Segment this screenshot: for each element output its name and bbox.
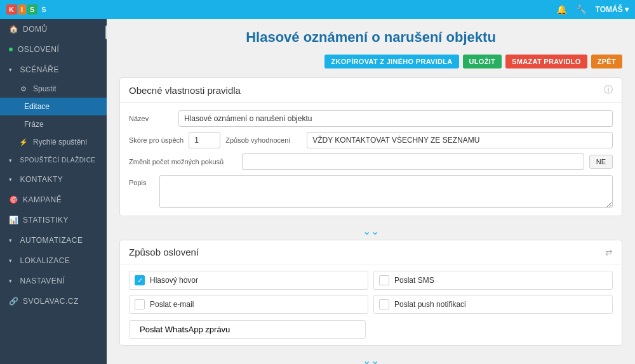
logo: K I S S: [6, 4, 50, 15]
general-card-header: Obecné vlastnosti pravidla ⓘ: [120, 78, 622, 103]
logo-i: I: [18, 4, 26, 15]
general-card-title: Obecné vlastnosti pravidla: [129, 85, 241, 96]
delete-button[interactable]: SMAZAT PRAVIDLO: [505, 55, 587, 68]
checkbox-hlasovy-label: Hlasový hovor: [150, 276, 198, 285]
sidebar-label-svolavac: SVOLAVAC.CZ: [23, 297, 79, 306]
checkbox-push-cb: [379, 299, 389, 309]
sidebar-sub-item-spustit[interactable]: ⚙ Spustit: [0, 80, 107, 98]
sidebar-item-kontakty[interactable]: ▾ KONTAKTY: [0, 169, 107, 190]
chart-icon: 📊: [9, 216, 18, 224]
zpusob-label: Způsob vyhodnocení: [225, 136, 302, 144]
logo-k: K: [6, 4, 17, 15]
sidebar-item-svolavac[interactable]: 🔗 SVOLAVAC.CZ: [0, 291, 107, 311]
sidebar-sub-item-editace[interactable]: Editace: [0, 98, 107, 115]
checkbox-email[interactable]: Poslat e-mail: [129, 295, 368, 314]
user-name[interactable]: TOMÁŠ ▾: [596, 5, 629, 14]
checkbox-push-label: Poslat push notifikaci: [394, 300, 466, 309]
save-button[interactable]: ULOŽIT: [463, 55, 502, 68]
sidebar-item-kampane[interactable]: 🎯 KAMPANĚ: [0, 190, 107, 210]
zmenit-input[interactable]: [242, 153, 584, 170]
sidebar: ❮ 🏠 DOMŮ OSLOVENÍ ▾ SCÉNÁŘE ⚙ Spustit Ed…: [0, 19, 107, 364]
popis-label: Popis: [129, 175, 154, 186]
checkbox-whatsapp-label: Poslat WhatsApp zprávu: [140, 325, 230, 334]
sidebar-label-kampane: KAMPANĚ: [23, 195, 62, 204]
logo-s2: S: [39, 4, 49, 15]
home-icon: 🏠: [9, 25, 18, 34]
sidebar-item-statistiky[interactable]: 📊 STATISTIKY: [0, 210, 107, 230]
general-card: Obecné vlastnosti pravidla ⓘ Název Skóre…: [119, 77, 622, 216]
checkbox-hlasovy-cb: ✓: [135, 275, 145, 285]
zmenit-label: Změnit počet možných pokusů: [129, 158, 237, 166]
ne-button[interactable]: NE: [589, 155, 613, 169]
popis-row: Popis: [129, 175, 613, 208]
sidebar-item-lokalizace[interactable]: ▾ LOKALIZACE: [0, 250, 107, 271]
bell-icon[interactable]: 🔔: [556, 4, 567, 15]
sidebar-sub-item-fraze[interactable]: Fráze: [0, 115, 107, 133]
sidebar-label-domu: DOMŮ: [23, 25, 48, 34]
sidebar-label-automatizace: AUTOMATIZACE: [20, 236, 83, 245]
caret-icon-kontakty: ▾: [9, 176, 13, 183]
page-title: Hlasové oznámení o narušení objektu: [119, 29, 622, 46]
skore-zpusob-row: Skóre pro úspěch Způsob vyhodnocení VŽDY…: [129, 132, 613, 148]
checkbox-sms-label: Poslat SMS: [394, 276, 434, 285]
zmenit-row: Změnit počet možných pokusů NE: [129, 153, 613, 170]
skore-label: Skóre pro úspěch: [129, 136, 184, 144]
lightning-icon: ⚡: [19, 138, 28, 146]
copy-button[interactable]: ZKOPÍROVAT Z JINÉHO PRAVIDLA: [324, 55, 458, 68]
caret-icon-nastaveni: ▾: [9, 278, 13, 284]
sidebar-label-spousteci: SPOUŠTĚCÍ DLAŽDICE: [20, 157, 96, 164]
gear-icon: ⚙: [19, 85, 28, 93]
sidebar-label-rychle: Rychlé spuštění: [33, 138, 87, 146]
back-button[interactable]: ZPĚT: [591, 55, 622, 68]
sidebar-label-spustit: Spustit: [33, 84, 57, 93]
sidebar-item-domu[interactable]: 🏠 DOMŮ: [0, 19, 107, 39]
main-content: Hlasové oznámení o narušení objektu ZKOP…: [107, 19, 635, 364]
target-icon: 🎯: [9, 195, 18, 204]
sidebar-collapse-button[interactable]: ❮: [105, 25, 107, 39]
general-card-body: Název Skóre pro úspěch Způsob vyhodnocen…: [120, 103, 622, 216]
sidebar-sub-item-rychle[interactable]: ⚡ Rychlé spuštění: [0, 133, 107, 151]
checkbox-whatsapp[interactable]: Poslat WhatsApp zprávu: [129, 320, 366, 339]
sidebar-item-spousteci[interactable]: ▾ SPOUŠTĚCÍ DLAŽDICE: [0, 151, 107, 169]
topbar: K I S S 🔔 🔧 TOMÁŠ ▾: [0, 0, 635, 19]
checkbox-grid: ✓ Hlasový hovor Poslat SMS Poslat e-mail…: [120, 264, 622, 320]
sidebar-label-editace: Editace: [24, 102, 50, 111]
green-dot-icon: [9, 48, 13, 51]
info-icon[interactable]: ⓘ: [604, 84, 613, 96]
collapse-chevron-2[interactable]: ⌄⌄: [119, 352, 622, 364]
caret-icon-spousteci: ▾: [9, 157, 13, 164]
wrench-icon[interactable]: 🔧: [576, 4, 587, 15]
caret-icon-lokalizace: ▾: [9, 257, 13, 264]
checkbox-hlasovy[interactable]: ✓ Hlasový hovor: [129, 271, 368, 290]
checkbox-email-cb: [135, 299, 145, 309]
caret-icon-automatizace: ▾: [9, 237, 13, 244]
sidebar-label-statistiky: STATISTIKY: [23, 216, 69, 224]
checkbox-sms-cb: [379, 275, 389, 285]
action-buttons: ZKOPÍROVAT Z JINÉHO PRAVIDLA ULOŽIT SMAZ…: [119, 55, 622, 68]
nazev-input[interactable]: [178, 110, 613, 127]
sidebar-item-automatizace[interactable]: ▾ AUTOMATIZACE: [0, 230, 107, 250]
sidebar-label-scenare: SCÉNÁŘE: [20, 65, 60, 74]
link-icon: 🔗: [9, 297, 18, 306]
nazev-row: Název: [129, 110, 613, 127]
sidebar-label-osloveni: OSLOVENÍ: [18, 45, 59, 54]
nazev-label: Název: [129, 115, 173, 122]
sidebar-item-osloveni[interactable]: OSLOVENÍ: [0, 39, 107, 60]
caret-icon-scenare: ▾: [9, 67, 13, 73]
zpusob-select[interactable]: VŽDY KONTAKTOVAT VŠECHNY ZE SEZNAMU: [307, 132, 613, 148]
sidebar-label-kontakty: KONTAKTY: [20, 175, 64, 184]
checkbox-push[interactable]: Poslat push notifikaci: [373, 295, 613, 314]
collapse-chevron-1[interactable]: ⌄⌄: [119, 223, 622, 240]
sidebar-item-scenare[interactable]: ▾ SCÉNÁŘE: [0, 60, 107, 80]
skore-input[interactable]: [189, 132, 220, 148]
shuffle-icon[interactable]: ⇄: [605, 247, 613, 257]
topbar-right: 🔔 🔧 TOMÁŠ ▾: [556, 4, 629, 15]
sidebar-label-lokalizace: LOKALIZACE: [20, 256, 70, 265]
sidebar-item-nastaveni[interactable]: ▾ NASTAVENÍ: [0, 271, 107, 291]
osloveni-card-header: Způsob oslovení ⇄: [120, 240, 622, 264]
sidebar-label-nastaveni: NASTAVENÍ: [20, 276, 65, 285]
popis-textarea[interactable]: [159, 175, 613, 208]
osloveni-card: Způsob oslovení ⇄ ✓ Hlasový hovor Poslat…: [119, 240, 622, 346]
checkbox-sms[interactable]: Poslat SMS: [373, 271, 613, 290]
checkbox-email-label: Poslat e-mail: [150, 300, 194, 309]
